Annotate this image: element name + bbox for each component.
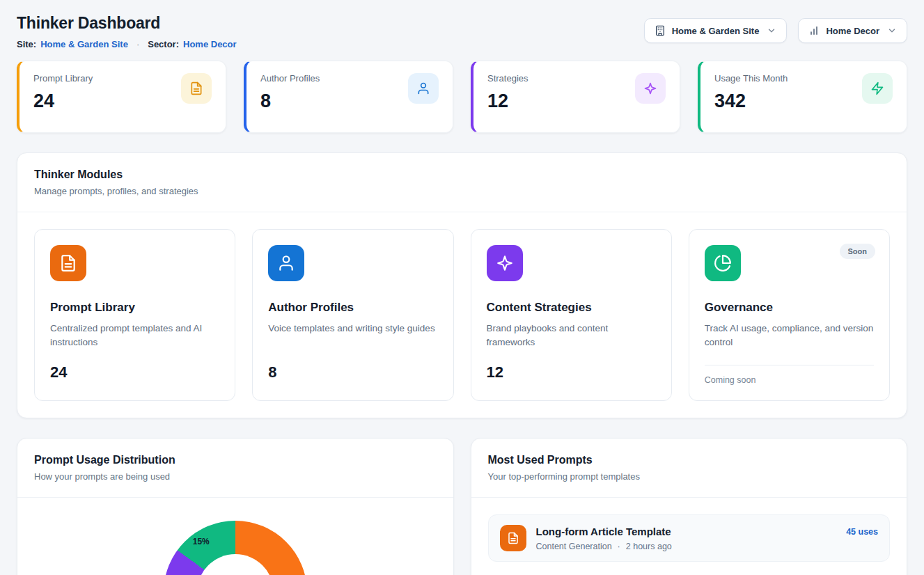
header-left: Thinker Dashboard Site: Home & Garden Si… <box>17 14 237 49</box>
breadcrumb-separator: · <box>136 39 139 49</box>
prompt-list-item[interactable]: Long-form Article Template Content Gener… <box>488 514 891 562</box>
module-divider <box>705 365 874 365</box>
most-used-title: Most Used Prompts <box>488 454 891 466</box>
prompt-item-category: Content Generation <box>536 542 612 551</box>
prompt-list: Long-form Article Template Content Gener… <box>471 498 907 575</box>
thinker-dashboard-page: Thinker Dashboard Site: Home & Garden Si… <box>0 0 924 575</box>
coming-soon-text: Coming soon <box>705 375 874 385</box>
pie-chart-icon <box>705 245 741 281</box>
module-card-governance[interactable]: Soon Governance Track AI usage, complian… <box>689 229 890 401</box>
bottom-row: Prompt Usage Distribution How your promp… <box>17 438 907 575</box>
meta-separator: · <box>618 542 620 551</box>
module-card-author-profiles[interactable]: Author Profiles Voice templates and writ… <box>252 229 453 401</box>
sector-selector-dropdown[interactable]: Home Decor <box>798 18 907 43</box>
module-description: Track AI usage, compliance, and version … <box>705 322 874 351</box>
page-header: Thinker Dashboard Site: Home & Garden Si… <box>17 14 907 49</box>
most-used-panel: Most Used Prompts Your top-performing pr… <box>471 438 908 575</box>
module-description: Voice templates and writing style guides <box>268 322 437 351</box>
site-selector-label: Home & Garden Site <box>672 26 760 36</box>
soon-badge: Soon <box>840 244 876 259</box>
stat-value: 24 <box>33 90 93 112</box>
prompt-usage-subtitle: How your prompts are being used <box>34 471 437 482</box>
stat-text: Strategies 12 <box>487 73 528 112</box>
chart-area: 15% <box>17 498 453 575</box>
site-label: Site: <box>17 39 36 49</box>
sector-label: Sector: <box>148 39 179 49</box>
thinker-modules-panel: Thinker Modules Manage prompts, profiles… <box>17 152 907 418</box>
stat-value: 12 <box>487 90 528 112</box>
chevron-down-icon <box>887 26 897 36</box>
module-count: 12 <box>487 363 656 381</box>
most-used-subtitle: Your top-performing prompt templates <box>488 471 891 482</box>
prompt-usage-header: Prompt Usage Distribution How your promp… <box>17 439 453 498</box>
user-icon <box>268 245 304 281</box>
module-title: Governance <box>705 301 874 315</box>
sector-link[interactable]: Home Decor <box>183 39 237 49</box>
sparkles-icon <box>487 245 523 281</box>
stat-label: Usage This Month <box>714 73 788 84</box>
stat-label: Author Profiles <box>260 73 320 84</box>
modules-subtitle: Manage prompts, profiles, and strategies <box>34 186 890 196</box>
stats-row: Prompt Library 24 Author Profiles 8 Stra… <box>17 61 907 133</box>
stat-text: Author Profiles 8 <box>260 73 320 112</box>
most-used-header: Most Used Prompts Your top-performing pr… <box>471 439 907 498</box>
stat-label: Prompt Library <box>33 73 93 84</box>
document-icon <box>181 73 212 104</box>
sector-selector-label: Home Decor <box>826 26 879 36</box>
module-grid: Prompt Library Centralized prompt templa… <box>17 212 907 418</box>
page-title: Thinker Dashboard <box>17 14 237 33</box>
prompt-item-title: Long-form Article Template <box>536 526 672 537</box>
modules-panel-header: Thinker Modules Manage prompts, profiles… <box>17 153 907 212</box>
prompt-usage-title: Prompt Usage Distribution <box>34 454 437 466</box>
stat-value: 342 <box>714 90 788 112</box>
document-icon <box>500 525 526 551</box>
building-icon <box>655 25 666 36</box>
prompt-item-time: 2 hours ago <box>626 542 672 551</box>
lightning-icon <box>862 73 893 104</box>
prompt-item-text: Long-form Article Template Content Gener… <box>536 525 672 551</box>
user-icon <box>408 73 439 104</box>
stat-card-strategies: Strategies 12 <box>471 61 680 133</box>
module-description: Brand playbooks and content frameworks <box>487 322 656 351</box>
chevron-down-icon <box>767 26 776 36</box>
module-title: Content Strategies <box>487 301 656 315</box>
site-link[interactable]: Home & Garden Site <box>40 39 128 49</box>
stat-card-usage-this-month: Usage This Month 342 <box>698 61 907 133</box>
module-description: Centralized prompt templates and AI inst… <box>50 322 219 351</box>
module-card-content-strategies[interactable]: Content Strategies Brand playbooks and c… <box>471 229 672 401</box>
bar-chart-icon <box>808 25 820 36</box>
header-selectors: Home & Garden Site Home Decor <box>644 18 907 43</box>
sparkles-icon <box>635 73 666 104</box>
stat-card-author-profiles: Author Profiles 8 <box>244 61 453 133</box>
prompt-usage-panel: Prompt Usage Distribution How your promp… <box>17 438 454 575</box>
module-count: 24 <box>50 363 219 381</box>
stat-text: Usage This Month 342 <box>714 73 788 112</box>
modules-title: Thinker Modules <box>34 168 890 181</box>
stat-label: Strategies <box>487 73 528 84</box>
prompt-item-meta: Content Generation · 2 hours ago <box>536 542 672 551</box>
stat-value: 8 <box>260 90 320 112</box>
stat-text: Prompt Library 24 <box>33 73 93 112</box>
module-count: 8 <box>268 363 437 381</box>
usage-donut-chart: 15% <box>164 521 307 575</box>
donut-percent-label: 15% <box>193 537 210 546</box>
stat-card-prompt-library: Prompt Library 24 <box>17 61 226 133</box>
document-icon <box>50 245 86 281</box>
module-card-prompt-library[interactable]: Prompt Library Centralized prompt templa… <box>34 229 235 401</box>
site-selector-dropdown[interactable]: Home & Garden Site <box>644 18 788 43</box>
module-title: Author Profiles <box>268 301 437 315</box>
breadcrumb: Site: Home & Garden Site · Sector: Home … <box>17 39 237 49</box>
prompt-item-uses: 45 uses <box>846 527 878 537</box>
module-title: Prompt Library <box>50 301 219 315</box>
